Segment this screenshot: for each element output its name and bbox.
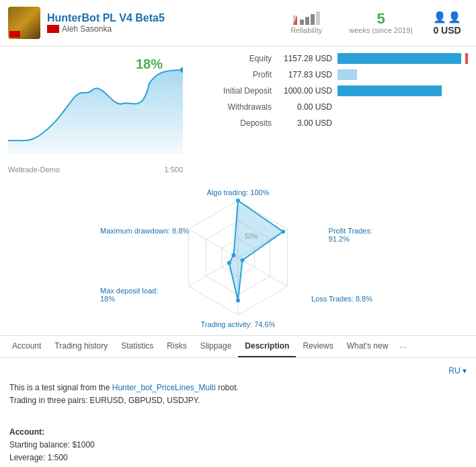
- radar-section: 50% Algo trading: 100% Profit Trades:91.…: [0, 180, 476, 332]
- header-info: HunterBot PL V4 Beta5 Aleh Sasonka: [47, 12, 277, 34]
- svg-point-16: [232, 253, 236, 257]
- leverage-label: 1:500: [164, 166, 183, 174]
- weeks-number: 5: [376, 11, 385, 26]
- bar-arrow-icon: [293, 15, 297, 25]
- reliability-block: Reliability: [290, 11, 322, 34]
- bar-3: [311, 14, 315, 25]
- stat-label-deposits: Deposits: [196, 118, 277, 128]
- bot-name[interactable]: HunterBot PL V4 Beta5: [47, 12, 277, 24]
- stat-bar-end-equity: [465, 53, 468, 64]
- radar-label-max-deposit: Max deposit load:18%: [100, 287, 158, 303]
- description-trading-pairs: Trading in three pairs: EURUSD, GBPUSD, …: [9, 394, 467, 407]
- svg-point-14: [236, 298, 240, 302]
- stat-bar-container-profit: [338, 69, 468, 80]
- robot-link[interactable]: Hunter_bot_PriceLines_Multi: [112, 383, 216, 392]
- stat-bar-deposit: [338, 85, 442, 96]
- chart-footer: Weltrade-Demo 1:500: [8, 166, 183, 174]
- svg-point-13: [241, 258, 245, 262]
- header: HunterBot PL V4 Beta5 Aleh Sasonka Relia…: [0, 0, 476, 46]
- account-detail-leverage: Leverage: 1:500: [9, 452, 467, 464]
- main-content: 18% Weltrade-Demo 1:500 Equity 1157.28 U: [0, 46, 476, 180]
- stats-area: Equity 1157.28 USD Profit 177.83 USD Ini…: [183, 53, 468, 174]
- author-name: Aleh Sasonka: [62, 24, 112, 34]
- chart-percent: 18%: [136, 57, 163, 72]
- bar-1: [300, 20, 304, 25]
- stat-row-withdrawals: Withdrawals 0.00 USD: [196, 102, 468, 112]
- account-detail-risk: Risk per trade: 1%: [9, 464, 467, 467]
- followers-count: 0 USD: [433, 25, 461, 36]
- person-icon-1: 👤: [433, 11, 446, 24]
- stat-value-withdrawals: 0.00 USD: [277, 102, 338, 112]
- author-flag-icon: [47, 25, 59, 33]
- stat-row-deposit: Initial Deposit 1000.00 USD: [196, 85, 468, 96]
- stat-bar-container-equity: [338, 53, 468, 64]
- stat-row-equity: Equity 1157.28 USD: [196, 53, 468, 64]
- radar-label-algo: Algo trading: 100%: [207, 188, 270, 196]
- tab-whats-new[interactable]: What's new: [340, 336, 395, 357]
- radar-label-loss-trades: Loss Trades: 8.8%: [311, 295, 372, 303]
- tab-reviews[interactable]: Reviews: [296, 336, 340, 357]
- tab-trading-history[interactable]: Trading history: [48, 336, 114, 357]
- tab-description[interactable]: Description: [238, 336, 296, 357]
- radar-label-trading-activity: Trading activity: 74.6%: [201, 320, 276, 328]
- account-title: Account:: [9, 426, 467, 439]
- reliability-label: Reliability: [290, 26, 322, 34]
- radar-svg: 50%: [97, 187, 379, 328]
- signal-bars: [293, 11, 320, 25]
- stat-label-equity: Equity: [196, 54, 277, 63]
- radar-container: 50% Algo trading: 100% Profit Trades:91.…: [97, 187, 379, 328]
- stat-label-deposit: Initial Deposit: [196, 86, 277, 96]
- tab-slippage[interactable]: Slippage: [194, 336, 239, 357]
- weeks-label: weeks (since 2019): [349, 26, 413, 34]
- stat-label-withdrawals: Withdrawals: [196, 102, 277, 112]
- weeks-block: 5 weeks (since 2019): [349, 11, 413, 34]
- stat-value-equity: 1157.28 USD: [277, 54, 338, 63]
- stat-bar-container-deposit: [338, 85, 468, 96]
- stat-row-profit: Profit 177.83 USD: [196, 69, 468, 80]
- avatar: [8, 7, 40, 39]
- tab-statistics[interactable]: Statistics: [114, 336, 160, 357]
- svg-text:50%: 50%: [245, 233, 258, 240]
- stat-value-profit: 177.83 USD: [277, 70, 338, 79]
- chart-area: 18% Weltrade-Demo 1:500: [8, 53, 183, 174]
- intro-text: This is a test signal from the: [9, 383, 112, 392]
- intro-suffix: robot.: [216, 383, 239, 392]
- stat-label-profit: Profit: [196, 70, 277, 79]
- followers-block: 👤 👤 0 USD: [433, 11, 461, 36]
- stat-value-deposit: 1000.00 USD: [277, 86, 338, 96]
- account-detail-balance: Starting balance: $1000: [9, 439, 467, 452]
- lang-switcher[interactable]: RU ▾: [9, 365, 467, 378]
- tab-account[interactable]: Account: [5, 336, 48, 357]
- svg-point-12: [281, 229, 285, 234]
- radar-label-max-drawdown: Maximum drawdown: 8.8%: [100, 227, 189, 235]
- person-icon-2: 👤: [448, 11, 461, 24]
- stat-bar-container-deposits: [338, 118, 468, 129]
- svg-point-15: [227, 261, 231, 265]
- radar-label-profit-trades: Profit Trades:91.2%: [329, 227, 372, 243]
- broker-label: Weltrade-Demo: [8, 166, 60, 174]
- bar-2: [305, 17, 309, 25]
- tab-more[interactable]: ···: [395, 336, 411, 357]
- stat-value-deposits: 3.00 USD: [277, 118, 338, 128]
- stat-bar-container-withdrawals: [338, 102, 468, 112]
- tabs-bar: Account Trading history Statistics Risks…: [0, 335, 476, 358]
- bar-4: [316, 11, 320, 25]
- stat-bar-equity: [338, 53, 461, 64]
- tab-risks[interactable]: Risks: [160, 336, 193, 357]
- stat-row-deposits: Deposits 3.00 USD: [196, 118, 468, 129]
- followers-icons: 👤 👤: [433, 11, 461, 24]
- content-area: RU ▾ This is a test signal from the Hunt…: [0, 358, 476, 467]
- description-intro: This is a test signal from the Hunter_bo…: [9, 382, 467, 394]
- stat-bar-profit: [338, 69, 357, 80]
- svg-point-11: [236, 199, 240, 203]
- svg-marker-10: [229, 201, 283, 300]
- bot-author: Aleh Sasonka: [47, 24, 277, 34]
